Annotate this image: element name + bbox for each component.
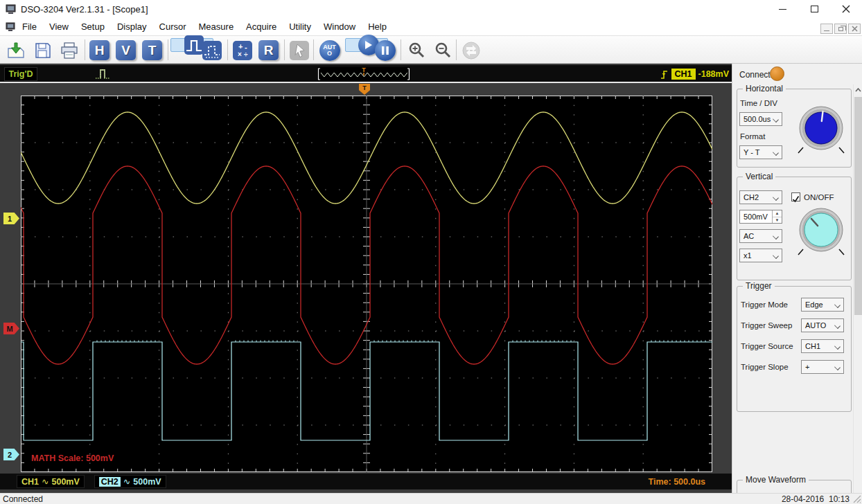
- vertical-group-title: Vertical: [743, 172, 775, 181]
- connection-status: Connected: [3, 494, 43, 504]
- svg-text:÷: ÷: [244, 51, 248, 58]
- format-label: Format: [740, 132, 765, 141]
- menu-display[interactable]: Display: [111, 19, 153, 35]
- probe-select[interactable]: x1: [739, 249, 782, 262]
- child-close-icon: [852, 26, 858, 32]
- trigger-sweep-select[interactable]: AUTO: [801, 318, 844, 332]
- scope-display-area: Trig'D T CH1 -188mV: [0, 64, 732, 493]
- chevron-down-icon: [835, 365, 840, 370]
- horizontal-group: Horizontal Time / DIV 500.0us Format Y -…: [737, 89, 852, 168]
- chevron-down-icon: [773, 117, 778, 122]
- title-bar: DSO-3204 Ver2.1.31 - [Scope1]: [0, 0, 862, 18]
- toolbar-separator: [168, 39, 168, 60]
- vertical-group: Vertical CH2 ON/OFF 500mV ▲▼ AC x1: [737, 177, 852, 280]
- resize-grip[interactable]: [852, 494, 861, 503]
- menu-measure[interactable]: Measure: [193, 19, 240, 35]
- preview-trigger-marker: T: [317, 67, 410, 73]
- time-div-select[interactable]: 500.0us: [739, 112, 782, 126]
- menu-cursor[interactable]: Cursor: [153, 19, 193, 35]
- math-position-marker[interactable]: M: [3, 323, 19, 334]
- child-minimize-button[interactable]: [820, 24, 833, 34]
- horizontal-group-title: Horizontal: [743, 84, 786, 93]
- reference-icon: R: [258, 40, 279, 60]
- menu-utility[interactable]: Utility: [283, 19, 317, 35]
- minimize-button[interactable]: [766, 0, 798, 18]
- volt-scale-knob[interactable]: [796, 205, 846, 260]
- ch2-position-marker[interactable]: 2: [3, 449, 19, 460]
- channel-select[interactable]: CH2: [739, 190, 782, 204]
- transfer-icon: [461, 41, 481, 60]
- time-div-label: Time / DIV: [740, 99, 777, 107]
- math-button[interactable]: + - × ÷: [230, 38, 254, 62]
- ch1-scale-readout[interactable]: CH1 ∿ 500mV: [17, 475, 85, 488]
- spinner-buttons[interactable]: ▲▼: [772, 210, 782, 223]
- minimize-icon: [779, 9, 786, 10]
- cursor-measure-button[interactable]: [287, 38, 311, 62]
- waveform-canvas: MATH Scale: 500mV: [21, 96, 712, 472]
- save-button[interactable]: [30, 38, 55, 62]
- document-icon: [6, 22, 16, 32]
- menu-acquire[interactable]: Acquire: [240, 19, 283, 35]
- trigger-sweep-label: Trigger Sweep: [741, 321, 792, 330]
- ch1-scale-value: 500mV: [52, 477, 80, 487]
- ch2-scale-readout[interactable]: CH2 ∿ 500mV: [94, 475, 166, 488]
- trigger-slope-label: Trigger Slope: [741, 363, 789, 371]
- trigger-setup-button[interactable]: T: [140, 38, 164, 62]
- menu-help[interactable]: Help: [362, 19, 393, 35]
- vertical-setup-button[interactable]: V: [114, 38, 138, 62]
- move-waveform-title: Move Waveform: [743, 475, 809, 485]
- trigger-status-badge: Trig'D: [4, 67, 37, 81]
- print-button[interactable]: [57, 38, 81, 62]
- autoset-button[interactable]: AUTO: [317, 38, 342, 62]
- ch1-position-marker[interactable]: 1: [3, 213, 19, 224]
- coupling-select[interactable]: AC: [739, 229, 782, 243]
- ch1-label: CH1: [21, 477, 39, 487]
- menu-setup[interactable]: Setup: [75, 19, 111, 35]
- svg-text:+: +: [238, 42, 243, 51]
- transfer-button[interactable]: [459, 38, 483, 62]
- close-button[interactable]: [830, 0, 862, 18]
- trigger-slope-select[interactable]: +: [801, 360, 844, 374]
- pause-button[interactable]: [373, 38, 397, 62]
- maximize-button[interactable]: [798, 0, 830, 18]
- channel-onoff-checkbox[interactable]: [791, 192, 800, 201]
- save-icon: [34, 42, 52, 60]
- control-panel: Connect: Horizontal Time / DIV 500.0us F…: [732, 64, 862, 493]
- timebase-knob[interactable]: [796, 105, 846, 159]
- child-restore-button[interactable]: [834, 24, 847, 34]
- waveform-position-preview[interactable]: T: [317, 67, 410, 81]
- panel-scrollbar[interactable]: [853, 84, 862, 493]
- menu-file[interactable]: File: [16, 19, 43, 35]
- zoom-out-button[interactable]: [431, 38, 455, 62]
- toolbar-separator: [85, 39, 85, 60]
- reference-button[interactable]: R: [256, 38, 281, 62]
- trigger-mode-select[interactable]: Edge: [801, 298, 844, 312]
- volt-scale-spinner[interactable]: 500mV ▲▼: [739, 210, 782, 224]
- menu-window[interactable]: Window: [317, 19, 362, 35]
- trigger-level-value: -188mV: [698, 69, 729, 79]
- connect-status-light: [770, 66, 784, 81]
- scrollbar-up-button[interactable]: [854, 84, 862, 96]
- format-select[interactable]: Y - T: [739, 145, 782, 159]
- persistence-display-button[interactable]: [200, 38, 224, 62]
- connect-label: Connect:: [739, 70, 773, 80]
- child-minimize-icon: [824, 30, 829, 31]
- menu-view[interactable]: View: [43, 19, 75, 35]
- scrollbar-thumb[interactable]: [854, 97, 862, 315]
- spin-up-icon[interactable]: ▲: [773, 210, 782, 217]
- horizontal-setup-button[interactable]: H: [87, 38, 112, 62]
- child-restore-icon: [838, 27, 843, 31]
- open-button[interactable]: [4, 38, 28, 62]
- trigger-setup-icon: T: [142, 40, 162, 60]
- zoom-in-button[interactable]: [405, 38, 429, 62]
- trigger-source-select[interactable]: CH1: [801, 339, 844, 353]
- close-icon: [842, 5, 850, 13]
- ch2-label: CH2: [99, 477, 121, 487]
- svg-text:×: ×: [238, 51, 242, 58]
- child-close-button[interactable]: [848, 24, 861, 34]
- toolbar-separator: [284, 39, 285, 60]
- spin-down-icon[interactable]: ▼: [773, 217, 782, 224]
- trigger-group: Trigger Trigger Mode Edge Trigger Sweep …: [737, 286, 852, 412]
- trigger-position-marker[interactable]: T: [359, 84, 370, 95]
- chevron-down-icon: [773, 253, 778, 258]
